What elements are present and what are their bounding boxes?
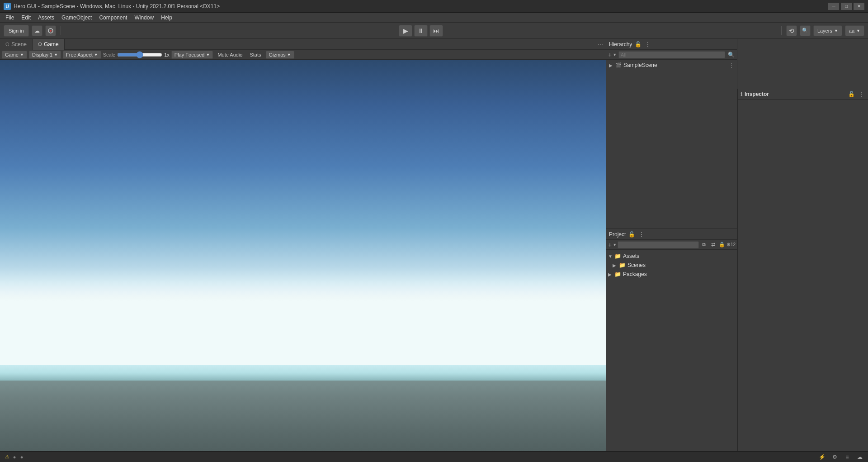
project-item-scenes[interactable]: ▶ 📁 Scenes <box>606 261 737 270</box>
status-bar: ⚠ ● ● ⚡ ⚙ ≡ ☁ <box>0 451 868 462</box>
project-item-assets[interactable]: ▼ 📁 Assets <box>606 252 737 261</box>
hierarchy-lock-button[interactable]: 🔓 <box>634 40 642 48</box>
add-chevron-icon: ▼ <box>613 52 617 57</box>
account-label: aa <box>849 28 854 33</box>
account-dropdown[interactable]: aa ▼ <box>845 25 864 36</box>
scene-tabs: ⬡ Scene ⬡ Game ⋯ <box>0 39 606 50</box>
aspect-dropdown[interactable]: Free Aspect ▼ <box>63 51 101 59</box>
mute-audio-button[interactable]: Mute Audio <box>215 51 245 59</box>
menu-item-window[interactable]: Window <box>131 14 157 22</box>
scale-container: Scale 1x <box>103 51 170 58</box>
game-viewport <box>0 60 606 451</box>
scenes-expand-arrow-icon: ▶ <box>613 263 617 268</box>
hierarchy-search-input[interactable] <box>618 51 725 58</box>
packages-folder-icon: 📁 <box>614 271 621 277</box>
project-add-button[interactable]: + ▼ <box>608 241 617 248</box>
toolbar: Sign in ☁ ▶ ⏸ ⏭ ⟲ 🔍 Layers ▼ aa <box>0 23 868 39</box>
project-menu-button[interactable]: ⋮ <box>637 230 646 238</box>
scene-tab-label: Scene <box>11 41 27 48</box>
hierarchy-search-button[interactable]: 🔍 <box>727 51 735 59</box>
window-title: Hero GUI - SampleScene - Windows, Mac, L… <box>14 3 828 10</box>
menu-item-file[interactable]: File <box>2 14 18 22</box>
hierarchy-content: ▶ 🎬 SampleScene ⋮ <box>606 60 737 229</box>
project-search-input[interactable] <box>618 241 699 248</box>
menu-item-edit[interactable]: Edit <box>18 14 34 22</box>
warning-icon[interactable]: ⚠ <box>4 453 11 461</box>
layers-chevron-icon: ▼ <box>834 29 838 33</box>
project-reveal-button[interactable]: ⧉ <box>700 241 708 249</box>
aspect-chevron-icon: ▼ <box>94 52 98 57</box>
ground-area <box>0 381 606 451</box>
collab-button[interactable] <box>45 25 56 36</box>
hierarchy-add-button[interactable]: + ▼ <box>608 51 617 58</box>
scene-item-menu-button[interactable]: ⋮ <box>729 62 734 68</box>
project-sync-button[interactable]: ⇄ <box>709 241 717 249</box>
inspector-title: Inspector <box>745 91 845 97</box>
close-button[interactable]: ✕ <box>854 3 864 10</box>
scale-slider[interactable] <box>117 51 162 58</box>
hierarchy-item-samplescene[interactable]: ▶ 🎬 SampleScene ⋮ <box>606 61 737 70</box>
cloud-button[interactable]: ☁ <box>32 25 42 36</box>
inspector-header: ℹ Inspector 🔓 ⋮ <box>738 89 868 100</box>
project-header: Project 🔓 ⋮ <box>606 229 737 240</box>
game-label-dropdown[interactable]: Game ▼ <box>2 51 27 59</box>
layers-label: Layers <box>817 28 832 33</box>
pause-button[interactable]: ⏸ <box>414 25 428 37</box>
project-lock2-button[interactable]: 🔒 <box>718 241 726 249</box>
status-layers-icon[interactable]: ≡ <box>843 453 852 461</box>
menu-item-help[interactable]: Help <box>157 14 176 22</box>
menu-item-component[interactable]: Component <box>95 14 131 22</box>
expand-arrow-icon: ▶ <box>609 63 613 68</box>
display-dropdown[interactable]: Display 1 ▼ <box>29 51 61 59</box>
maximize-button[interactable]: □ <box>841 3 852 10</box>
menu-item-assets[interactable]: Assets <box>34 14 58 22</box>
display-label: Display 1 <box>32 52 52 57</box>
hierarchy-menu-button[interactable]: ⋮ <box>644 40 652 48</box>
message-icon[interactable]: ● <box>18 453 25 461</box>
project-item-packages[interactable]: ▶ 📁 Packages <box>606 270 737 279</box>
status-collab-icon[interactable]: ⚡ <box>817 453 826 461</box>
tab-game[interactable]: ⬡ Game <box>33 39 65 50</box>
cloud-icon: ☁ <box>34 28 40 34</box>
game-view-label: Game <box>5 52 19 57</box>
history-button[interactable]: ⟲ <box>786 25 797 36</box>
sky-gradient <box>0 60 606 365</box>
inspector-panel: ℹ Inspector 🔓 ⋮ <box>737 89 868 462</box>
main-area: ⬡ Scene ⬡ Game ⋯ Game ▼ Display 1 ▼ Free… <box>0 39 868 451</box>
inspector-menu-button[interactable]: ⋮ <box>857 90 865 98</box>
step-button[interactable]: ⏭ <box>429 25 443 37</box>
status-settings-icon[interactable]: ⚙ <box>830 453 839 461</box>
search-button[interactable]: 🔍 <box>800 25 811 36</box>
scenes-folder-icon: 📁 <box>619 262 626 268</box>
play-focused-dropdown[interactable]: Play Focused ▼ <box>171 51 213 59</box>
inspector-lock-button[interactable]: 🔓 <box>847 90 855 98</box>
packages-expand-arrow-icon: ▶ <box>608 272 613 277</box>
svg-point-3 <box>50 30 52 32</box>
stats-button[interactable]: Stats <box>247 51 264 59</box>
sign-in-button[interactable]: Sign in <box>4 25 29 37</box>
scene-panel: ⬡ Scene ⬡ Game ⋯ Game ▼ Display 1 ▼ Free… <box>0 39 606 451</box>
error-icon[interactable]: ● <box>11 453 18 461</box>
collab-icon <box>47 28 54 34</box>
project-title: Project <box>609 231 626 238</box>
menu-item-gameobject[interactable]: GameObject <box>58 14 95 22</box>
play-icon: ▶ <box>403 27 408 34</box>
items-count: ⚙ <box>726 242 731 247</box>
project-lock-button[interactable]: 🔓 <box>627 230 636 238</box>
step-icon: ⏭ <box>433 27 439 34</box>
layers-dropdown[interactable]: Layers ▼ <box>813 25 842 36</box>
gizmos-dropdown[interactable]: Gizmos ▼ <box>266 51 294 59</box>
assets-folder-icon: 📁 <box>614 253 621 259</box>
minimize-button[interactable]: ─ <box>828 3 839 10</box>
svg-text:U: U <box>5 4 9 9</box>
tabs-overflow-button[interactable]: ⋯ <box>595 41 606 48</box>
history-icon: ⟲ <box>789 27 794 34</box>
play-button[interactable]: ▶ <box>399 25 412 37</box>
packages-label: Packages <box>623 271 647 277</box>
tab-scene[interactable]: ⬡ Scene <box>0 39 33 50</box>
project-add-chevron-icon: ▼ <box>613 243 617 247</box>
project-count-label: ⚙ 12 <box>727 241 735 249</box>
account-chevron-icon: ▼ <box>856 29 860 33</box>
gizmos-chevron-icon: ▼ <box>287 52 291 57</box>
status-cloud-icon[interactable]: ☁ <box>855 453 864 461</box>
